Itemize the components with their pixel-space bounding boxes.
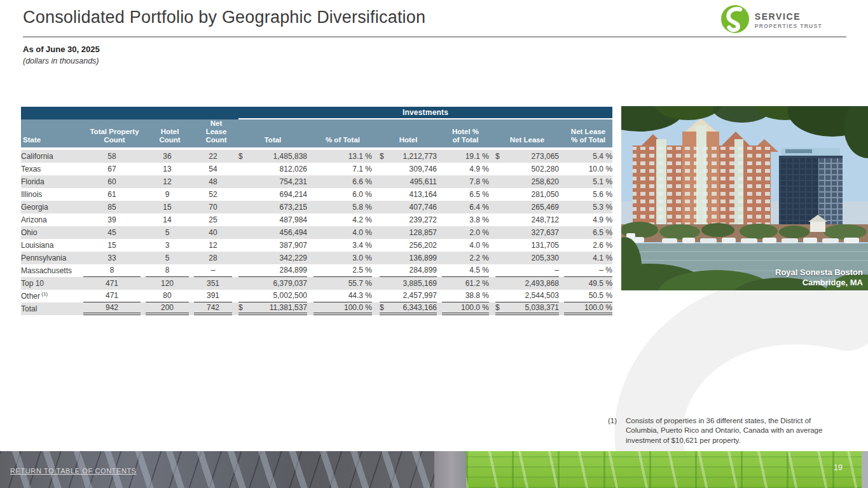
- table-row: Ohio45540456,4944.0 %128,8572.0 %327,637…: [21, 226, 612, 239]
- spacer-cell: [489, 150, 495, 163]
- spacer-cell: [489, 302, 495, 315]
- data-cell: 40: [194, 226, 232, 239]
- page-title: Consolidated Portfolio by Geographic Div…: [23, 8, 425, 27]
- spacer-cell: [307, 252, 313, 264]
- data-cell: [238, 290, 249, 302]
- data-cell: [495, 214, 506, 226]
- data-cell: 38.8 %: [442, 290, 489, 302]
- footer-transition-strip: [434, 451, 466, 488]
- data-cell: 4.1 %: [564, 252, 612, 264]
- state-cell: Top 10: [21, 277, 79, 290]
- data-cell: 100.0 %: [564, 302, 612, 315]
- state-cell: Georgia: [21, 201, 79, 214]
- data-cell: 487,984: [249, 214, 307, 226]
- photo-caption-line2: Cambridge, MA: [803, 278, 864, 287]
- data-cell: 4.5 %: [442, 264, 489, 277]
- data-cell: 4.9 %: [564, 214, 612, 226]
- data-cell: 2.0 %: [442, 226, 489, 239]
- spacer-cell: [189, 252, 194, 264]
- spacer-cell: [372, 239, 380, 252]
- spacer-cell: [559, 264, 564, 277]
- slide-page: Consolidated Portfolio by Geographic Div…: [0, 0, 868, 488]
- data-cell: 60: [83, 175, 141, 188]
- spacer-cell: [232, 175, 238, 188]
- spacer-cell: [189, 175, 194, 188]
- spacer-cell: [372, 201, 380, 214]
- data-cell: [238, 277, 249, 290]
- spacer-cell: [189, 226, 194, 239]
- data-cell: 351: [194, 277, 232, 290]
- column-header-pct-of-total: % of Total: [313, 119, 372, 150]
- data-cell: 5.4 %: [564, 150, 612, 163]
- data-cell: 5,038,371: [506, 302, 559, 315]
- spacer-cell: [437, 277, 442, 290]
- data-cell: 12: [194, 239, 232, 252]
- data-cell: [380, 163, 390, 175]
- data-cell: $: [238, 150, 249, 163]
- data-cell: –: [506, 264, 559, 277]
- data-cell: 248,712: [506, 214, 559, 226]
- column-header-total-property-count: Total Property Count: [83, 119, 146, 150]
- data-cell: 5,002,500: [249, 290, 307, 302]
- data-cell: 205,330: [506, 252, 559, 264]
- data-cell: [495, 226, 506, 239]
- data-cell: 19.1 %: [442, 150, 489, 163]
- data-cell: [380, 226, 390, 239]
- data-cell: –: [194, 264, 232, 277]
- spacer-cell: [232, 201, 238, 214]
- data-cell: 8: [146, 264, 189, 277]
- data-cell: 1,485,838: [249, 150, 307, 163]
- spacer-cell: [307, 239, 313, 252]
- spacer-cell: [372, 226, 380, 239]
- data-cell: [238, 175, 249, 188]
- state-cell: Total: [21, 302, 79, 315]
- spacer-cell: [232, 277, 238, 290]
- data-cell: 812,026: [249, 163, 307, 175]
- data-cell: [380, 264, 390, 277]
- data-cell: $: [495, 150, 506, 163]
- spacer-cell: [307, 175, 313, 188]
- spacer-cell: [307, 264, 313, 277]
- portfolio-table-container: Investments State Total Property Count H…: [21, 107, 612, 315]
- footer-right-edge-strip: [862, 451, 868, 488]
- spacer-cell: [489, 163, 495, 175]
- data-cell: 28: [194, 252, 232, 264]
- data-cell: [495, 163, 506, 175]
- spacer-cell: [437, 290, 442, 302]
- spacer-cell: [559, 290, 564, 302]
- data-cell: 44.3 %: [313, 290, 372, 302]
- data-cell: 85: [83, 201, 141, 214]
- column-header-state: State: [21, 119, 83, 150]
- state-cell: Massachusetts: [21, 264, 79, 277]
- spacer-cell: [489, 239, 495, 252]
- group-header-spacer: [21, 107, 238, 119]
- spacer-cell: [307, 201, 313, 214]
- spacer-cell: [307, 290, 313, 302]
- data-cell: 942: [83, 302, 141, 315]
- data-cell: 391: [194, 290, 232, 302]
- return-to-toc-link[interactable]: RETURN TO TABLE OF CONTENTS: [10, 467, 137, 475]
- data-cell: 239,272: [390, 214, 437, 226]
- spacer-cell: [141, 188, 146, 201]
- table-row: Total942200742$11,381,537100.0 %$6,343,1…: [21, 302, 612, 315]
- spacer-cell: [437, 188, 442, 201]
- spacer-cell: [141, 252, 146, 264]
- column-header-net-lease-count: Net Lease Count: [194, 119, 238, 150]
- spacer-cell: [307, 163, 313, 175]
- spacer-cell: [437, 150, 442, 163]
- data-cell: 67: [83, 163, 141, 175]
- spacer-cell: [189, 302, 194, 315]
- spacer-cell: [189, 277, 194, 290]
- data-cell: 3.8 %: [442, 214, 489, 226]
- spacer-cell: [141, 226, 146, 239]
- header-spacer: [372, 119, 380, 150]
- spacer-cell: [189, 290, 194, 302]
- spacer-cell: [559, 277, 564, 290]
- spacer-cell: [189, 201, 194, 214]
- spacer-cell: [372, 188, 380, 201]
- header-spacer: [307, 119, 313, 150]
- spacer-cell: [189, 214, 194, 226]
- spacer-cell: [489, 290, 495, 302]
- footer-green-building-image: [466, 451, 868, 488]
- data-cell: 39: [83, 214, 141, 226]
